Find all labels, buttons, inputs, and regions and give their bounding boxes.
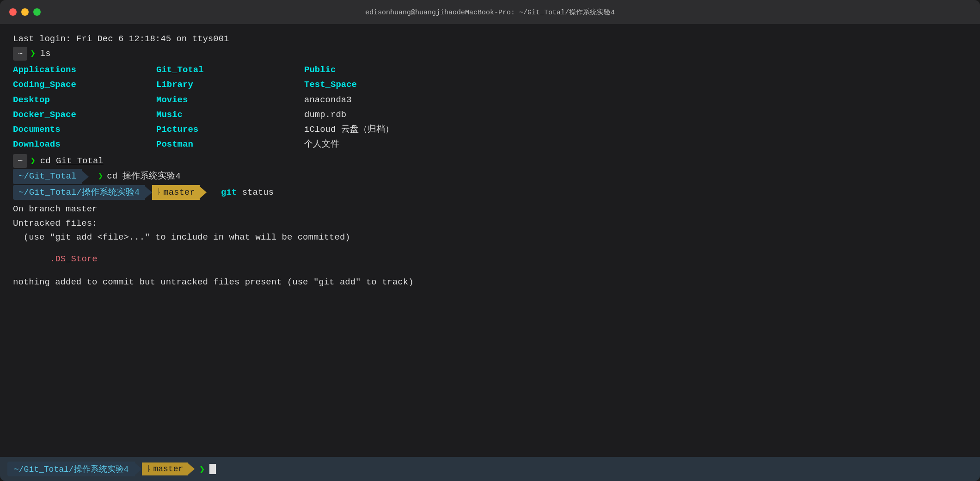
last-login-line: Last login: Fri Dec 6 12:18:45 on ttys00… — [13, 32, 967, 46]
ls-item: Library — [156, 77, 304, 92]
bottom-final-arrow: ❯ — [199, 463, 205, 475]
ds-store-file: .DS_Store — [50, 253, 98, 266]
nothing-added-text: nothing added to commit but untracked fi… — [13, 276, 414, 289]
ls-item: Desktop — [13, 92, 156, 107]
hint-text: (use "git add <file>..." to include in w… — [13, 231, 350, 244]
prompt-tilde-1: ~ — [13, 47, 27, 61]
ls-item: Coding_Space — [13, 77, 156, 92]
path-segment-1: ~/Git_Total — [13, 169, 89, 184]
minimize-button[interactable] — [21, 8, 29, 16]
cd-ops-line: ~/Git_Total ❯ cd 操作系统实验4 — [13, 169, 967, 184]
branch-chevron — [200, 186, 207, 198]
ls-item: Downloads — [13, 137, 156, 152]
git-command-status: status — [237, 186, 274, 199]
untracked-header: Untracked files: — [13, 217, 967, 230]
ls-command-line: ~ ❯ ls — [13, 47, 967, 61]
bottom-path-segment: ~/Git_Total/操作系统实验4 — [7, 462, 142, 476]
ls-item: dump.rdb — [304, 107, 967, 122]
bottom-branch-name: master — [153, 464, 183, 474]
ls-item: Movies — [156, 92, 304, 107]
untracked-hint: (use "git add <file>..." to include in w… — [13, 231, 967, 244]
ls-col2: Git_Total Library Movies Music Pictures … — [156, 62, 304, 152]
path-cd-arrow: ❯ — [92, 170, 103, 183]
maximize-button[interactable] — [33, 8, 41, 16]
branch-badge: ᚿ master — [152, 185, 199, 200]
git-icon: ᚿ — [157, 186, 161, 198]
ls-item: anaconda3 — [304, 92, 967, 107]
on-branch-text: On branch master — [13, 203, 97, 216]
ls-item: Music — [156, 107, 304, 122]
terminal-window: edisonhuang@huangjihaodeMacBook-Pro: ~/G… — [0, 0, 980, 481]
terminal-cursor — [209, 464, 216, 474]
branch-line: On branch master — [13, 203, 967, 216]
close-button[interactable] — [9, 8, 17, 16]
cd-git-total-line: ~ ❯ cd Git_Total — [13, 154, 967, 168]
ls-item: Documents — [13, 122, 156, 137]
traffic-lights — [9, 8, 41, 16]
ls-item: iCloud 云盘（归档） — [304, 122, 967, 137]
ls-item: 个人文件 — [304, 137, 967, 152]
ls-col1: Applications Coding_Space Desktop Docker… — [13, 62, 156, 152]
path-segment-2: ~/Git_Total/操作系统实验4 — [13, 185, 152, 200]
terminal-body[interactable]: Last login: Fri Dec 6 12:18:45 on ttys00… — [0, 24, 980, 457]
full-path-display: ~/Git_Total/操作系统实验4 — [13, 185, 145, 200]
cd-ops-command: cd 操作系统实验4 — [107, 170, 181, 183]
branch-name: master — [163, 186, 195, 199]
prompt-arrow-1: ❯ — [30, 47, 35, 61]
git-status-output: On branch master Untracked files: (use "… — [13, 203, 967, 289]
path-display: ~/Git_Total — [13, 169, 82, 184]
ls-item: Postman — [156, 137, 304, 152]
bottom-path-display: ~/Git_Total/操作系统实验4 — [7, 462, 135, 476]
prompt-arrow-2: ❯ — [30, 154, 35, 168]
ls-item: Applications — [13, 62, 156, 77]
cd-git-total-command: cd Git_Total — [40, 154, 104, 168]
last-login-text: Last login: Fri Dec 6 12:18:45 on ttys00… — [13, 32, 229, 46]
ls-output: Applications Coding_Space Desktop Docker… — [13, 62, 967, 152]
ls-item: Git_Total — [156, 62, 304, 77]
git-status-line: ~/Git_Total/操作系统实验4 ᚿ master git status — [13, 185, 967, 200]
bottom-bar: ~/Git_Total/操作系统实验4 ᚿ master ❯ — [0, 457, 980, 481]
ls-command: ls — [40, 47, 51, 61]
window-title: edisonhuang@huangjihaodeMacBook-Pro: ~/G… — [365, 8, 615, 17]
bottom-branch-badge: ᚿ master — [142, 462, 188, 475]
nothing-added-line: nothing added to commit but untracked fi… — [13, 276, 967, 289]
ls-item: Pictures — [156, 122, 304, 137]
ds-store-line: .DS_Store — [13, 253, 967, 266]
ls-item: Public — [304, 62, 967, 77]
ls-item: Test_Space — [304, 77, 967, 92]
ls-item: Docker_Space — [13, 107, 156, 122]
final-prompt-arrow — [211, 186, 216, 199]
untracked-text: Untracked files: — [13, 217, 97, 230]
prompt-tilde-2: ~ — [13, 154, 27, 168]
ls-col3: Public Test_Space anaconda3 dump.rdb iCl… — [304, 62, 967, 152]
bottom-path-chevron — [135, 463, 142, 475]
git-command-git: git — [221, 186, 237, 199]
bottom-branch-chevron — [188, 463, 195, 475]
title-bar: edisonhuang@huangjihaodeMacBook-Pro: ~/G… — [0, 0, 980, 24]
bottom-git-icon: ᚿ — [147, 465, 151, 474]
